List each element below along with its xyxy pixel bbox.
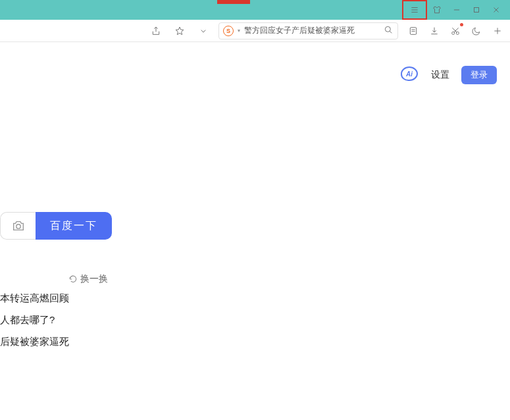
news-item[interactable]: 人都去哪了? (0, 314, 69, 327)
favorite-button[interactable] (171, 22, 188, 39)
svg-line-8 (390, 31, 392, 33)
refresh-link[interactable]: 换一换 (68, 273, 108, 285)
address-toolbar: S ▾ 警方回应女子产后疑被婆家逼死 (0, 20, 510, 42)
tab-indicator (217, 0, 250, 4)
toolbar-left-icons (147, 22, 212, 39)
download-icon (429, 26, 440, 36)
search-icon (383, 24, 394, 35)
news-list: 本转运高燃回顾 人都去哪了? 后疑被婆家逼死 (0, 292, 69, 348)
menu-button[interactable] (405, 0, 424, 20)
login-button[interactable]: 登录 (461, 66, 497, 84)
moon-icon (471, 26, 482, 36)
svg-rect-4 (474, 8, 479, 13)
search-button[interactable]: 百度一下 (36, 212, 112, 240)
camera-icon (11, 219, 26, 233)
engine-caret-icon: ▾ (238, 28, 240, 34)
refresh-icon (68, 275, 78, 284)
address-text: 警方回应女子产后疑被婆家逼死 (244, 25, 379, 36)
close-icon (492, 5, 501, 14)
history-dropdown[interactable] (195, 22, 212, 39)
window-title-bar (0, 0, 510, 20)
address-box[interactable]: S ▾ 警方回应女子产后疑被婆家逼死 (218, 22, 398, 39)
svg-point-15 (16, 224, 20, 228)
sogou-icon: S (223, 26, 234, 36)
image-search-button[interactable] (0, 212, 36, 240)
minimize-icon (452, 5, 461, 14)
screenshot-button[interactable] (447, 22, 464, 39)
ai-icon: Ai (401, 66, 418, 81)
reader-button[interactable] (405, 22, 422, 39)
scissors-icon (450, 26, 461, 36)
refresh-label: 换一换 (80, 273, 108, 285)
settings-link[interactable]: 设置 (431, 69, 449, 81)
extension-button[interactable] (427, 0, 447, 20)
search-bar: 百度一下 (0, 212, 112, 240)
shirt-icon (432, 5, 442, 14)
scroll-icon (408, 26, 419, 36)
minimize-button[interactable] (447, 0, 467, 20)
share-button[interactable] (147, 22, 165, 39)
chevron-down-icon (198, 26, 209, 36)
hamburger-icon (410, 5, 419, 14)
night-mode-button[interactable] (468, 22, 485, 39)
plus-icon (492, 26, 503, 36)
new-tab-button[interactable] (489, 22, 506, 39)
star-icon (174, 26, 185, 36)
menu-button-highlight (402, 0, 427, 20)
news-item[interactable]: 本转运高燃回顾 (0, 292, 69, 305)
toolbar-right-icons (405, 22, 506, 39)
close-button[interactable] (486, 0, 506, 20)
maximize-button[interactable] (467, 0, 486, 20)
maximize-icon (472, 5, 481, 14)
svg-point-7 (385, 26, 390, 32)
page-header-right: Ai 设置 登录 (401, 66, 497, 84)
download-button[interactable] (426, 22, 443, 39)
address-search-button[interactable] (383, 24, 394, 38)
ai-button[interactable]: Ai (401, 66, 419, 84)
news-item[interactable]: 后疑被婆家逼死 (0, 336, 69, 348)
share-icon (151, 26, 161, 36)
